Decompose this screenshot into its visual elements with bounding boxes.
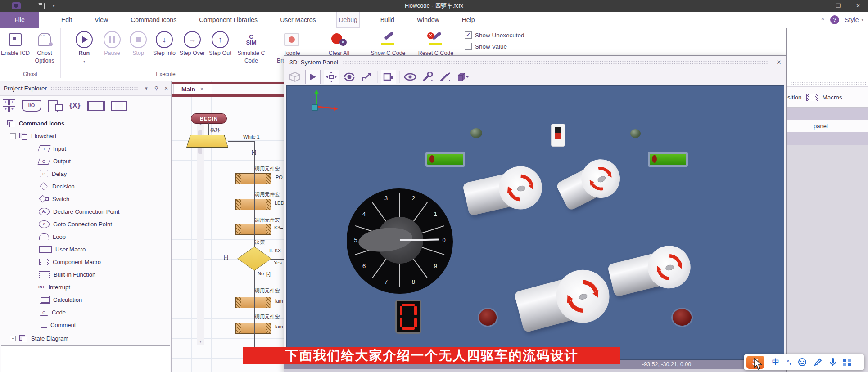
restore-button[interactable]: ❐ [828, 0, 848, 12]
step-over-button[interactable]: → Step Over [178, 30, 206, 57]
tab-close-icon[interactable]: ✕ [200, 86, 204, 92]
flowchart-vertical-scrollbar[interactable]: ▲ ▼ [197, 121, 204, 345]
pause-button[interactable]: Pause [98, 30, 126, 57]
enable-icd-button[interactable]: Enable ICD [1, 30, 30, 57]
tree-item-user-macro[interactable]: User Macro [39, 244, 86, 255]
ime-menu-grid-icon[interactable] [843, 359, 851, 366]
battery-led-component[interactable] [648, 152, 688, 167]
style-button[interactable]: Style [845, 16, 859, 23]
panel-row[interactable] [787, 108, 868, 120]
pencil-tool-icon[interactable] [814, 358, 823, 367]
tree-item-goto-connection-point[interactable]: AGoto Connection Point [39, 219, 112, 229]
menu-component-libraries[interactable]: Component Libraries [197, 12, 259, 28]
3d-panel-drag-handle[interactable] [343, 61, 768, 64]
explorer-tool-io-icon[interactable]: I/O [22, 99, 41, 112]
tree-item-switch[interactable]: Switch [40, 193, 69, 204]
3d-run-button[interactable] [305, 70, 321, 84]
tree-item-calculation[interactable]: Calculation [40, 294, 82, 305]
tree-item-state-diagram[interactable]: -State Diagram [10, 333, 68, 344]
collapse-ribbon-icon[interactable]: ^ [822, 17, 824, 23]
tree-item-loop[interactable]: Loop [39, 231, 66, 242]
macros-group-label[interactable]: Macros [823, 94, 842, 101]
explorer-tool-component-macro-icon[interactable] [111, 99, 127, 112]
collapse-marker[interactable]: [-] [266, 271, 271, 277]
step-out-button[interactable]: ↑ Step Out [206, 30, 234, 57]
panel-close-icon[interactable]: ✕ [161, 85, 171, 91]
3d-viewport[interactable]: 0123456789 [286, 85, 784, 360]
panel-row[interactable] [787, 132, 868, 145]
collapse-marker[interactable]: [-] [224, 254, 228, 260]
3d-frame-tool-button[interactable] [381, 70, 396, 84]
ghost-options-button[interactable]: Ghost Options [30, 30, 59, 65]
push-button-component[interactable] [673, 309, 692, 326]
help-icon[interactable]: ? [830, 15, 839, 24]
close-button[interactable]: ✕ [848, 0, 868, 12]
ime-punctuation-button[interactable]: °, [787, 359, 791, 366]
motor-component-2[interactable] [553, 152, 628, 217]
led-sphere[interactable] [470, 128, 482, 138]
menu-window[interactable]: Window [415, 12, 441, 28]
tree-item-flowchart[interactable]: -Flowchart [10, 130, 56, 141]
panel-pin-icon[interactable]: ⚲ [151, 85, 161, 91]
minimize-button[interactable]: ─ [809, 0, 828, 12]
menu-debug[interactable]: Debug [336, 12, 359, 28]
3d-resize-tool-button[interactable] [360, 70, 374, 84]
show-c-code-button[interactable]: Show C Code [366, 30, 410, 57]
component-macro-node-3[interactable] [235, 224, 271, 235]
panel-row[interactable]: panel [787, 120, 868, 132]
show-unexecuted-checkbox[interactable]: ✓ Show Unexecuted [465, 31, 524, 39]
tree-item-input[interactable]: IInput [39, 143, 66, 154]
tree-item-decision[interactable]: Decision [41, 181, 75, 192]
3d-move-tool-button[interactable] [324, 70, 339, 84]
motor-component-1[interactable] [461, 161, 547, 222]
emoji-icon[interactable] [798, 358, 807, 367]
right-panel-drag-handle[interactable] [790, 82, 867, 85]
explorer-tool-windows-icon[interactable] [48, 99, 63, 112]
tree-item-built-in-function[interactable]: Built-in Function [39, 269, 95, 280]
ime-language-button[interactable]: 中 [772, 358, 779, 367]
menu-user-macros[interactable]: User Macros [278, 12, 317, 28]
tree-item-code[interactable]: CCode [40, 307, 66, 318]
tab-main[interactable]: Main✕ [173, 84, 212, 94]
explorer-tool-variables-icon[interactable]: {X} [69, 99, 81, 112]
tree-item-command-icons[interactable]: Command Icons [7, 118, 64, 129]
3d-wrench-tool-icon[interactable] [420, 70, 435, 84]
step-into-button[interactable]: ↓ Step Into [150, 30, 178, 57]
tree-item-delay[interactable]: DDelay [40, 168, 67, 179]
microphone-icon[interactable] [829, 358, 836, 367]
reset-c-code-button[interactable]: ✕ Reset C Code [414, 30, 457, 57]
3d-panel-close-icon[interactable]: ✕ [772, 59, 786, 66]
menu-view[interactable]: View [93, 12, 110, 28]
explorer-tool-user-macro-icon[interactable] [87, 99, 105, 112]
3d-visibility-eye-icon[interactable] [403, 70, 417, 84]
component-macro-node-5[interactable] [235, 323, 271, 334]
3d-shape-cube-icon[interactable] [456, 70, 470, 84]
stop-button[interactable]: Stop [124, 30, 152, 57]
run-button[interactable]: Run▾ [70, 30, 98, 65]
push-button-component[interactable] [479, 309, 497, 326]
led-sphere[interactable] [630, 129, 641, 138]
panel-drag-handle[interactable] [50, 86, 138, 90]
explorer-tool-add-icons[interactable]: ++++ [3, 99, 15, 112]
scroll-down-icon[interactable]: ▼ [197, 340, 204, 344]
menu-command-icons[interactable]: Command Icons [129, 12, 178, 28]
menu-file[interactable]: File [0, 12, 39, 28]
component-macro-node-4[interactable] [235, 297, 271, 308]
3d-paint-tool-icon[interactable] [438, 70, 452, 84]
rotary-dial-component[interactable]: 0123456789 [347, 188, 453, 294]
tree-item-component-macro[interactable]: Component Macro [39, 256, 101, 267]
seven-segment-display[interactable] [395, 300, 421, 334]
show-value-checkbox[interactable]: Show Value [465, 43, 524, 50]
tree-item-comment[interactable]: Comment [41, 319, 76, 330]
battery-led-component[interactable] [425, 152, 465, 167]
menu-help[interactable]: Help [460, 12, 477, 28]
panel-menu-caret-icon[interactable]: ▾ [141, 85, 151, 91]
menu-edit[interactable]: Edit [59, 12, 74, 28]
tree-item-declare-connection-point[interactable]: A:Declare Connection Point [39, 206, 119, 217]
tree-item-interrupt[interactable]: INTInterrupt [38, 282, 70, 292]
flowchart-while-node[interactable] [186, 135, 228, 148]
toggle-switch-component[interactable] [551, 124, 565, 147]
simulate-c-code-button[interactable]: CSIM Simulate C Code [234, 30, 268, 65]
component-macro-node-2[interactable] [235, 199, 271, 210]
motor-component-3[interactable] [606, 240, 696, 304]
